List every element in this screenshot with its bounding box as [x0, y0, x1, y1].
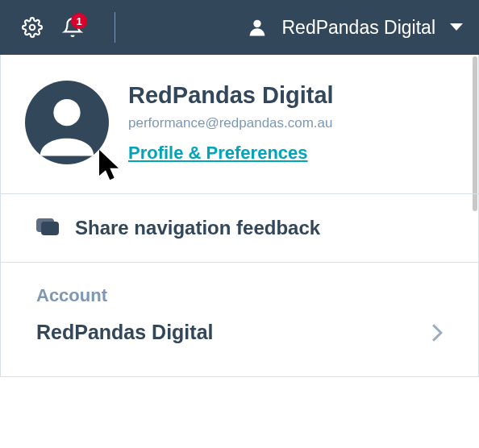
account-item[interactable]: RedPandas Digital [36, 321, 443, 344]
chat-icon [36, 218, 59, 238]
caret-down-icon [450, 23, 463, 31]
account-name-label: RedPandas Digital [281, 17, 435, 39]
svg-point-1 [254, 20, 261, 27]
profile-section: RedPandas Digital performance@redpandas.… [1, 55, 478, 194]
cursor-icon [98, 150, 127, 182]
profile-email: performance@redpandas.com.au [128, 115, 334, 131]
topbar: 1 RedPandas Digital [0, 0, 479, 55]
divider [115, 12, 115, 43]
chevron-right-icon [431, 324, 443, 342]
profile-avatar [25, 81, 109, 164]
share-feedback-label: Share navigation feedback [75, 217, 320, 239]
notifications-button[interactable]: 1 [56, 11, 89, 44]
avatar-icon [246, 16, 269, 39]
gear-icon [22, 17, 43, 38]
svg-point-3 [53, 99, 80, 126]
svg-rect-5 [41, 222, 59, 235]
account-menu-toggle[interactable]: RedPandas Digital [135, 16, 463, 39]
settings-button[interactable] [16, 11, 48, 44]
account-section: Account RedPandas Digital [1, 263, 478, 376]
profile-preferences-link[interactable]: Profile & Preferences [128, 143, 334, 164]
notification-badge: 1 [71, 13, 87, 29]
account-dropdown: RedPandas Digital performance@redpandas.… [0, 55, 479, 377]
share-feedback-item[interactable]: Share navigation feedback [1, 194, 478, 263]
account-item-name: RedPandas Digital [36, 321, 214, 344]
profile-name: RedPandas Digital [128, 82, 334, 109]
profile-info: RedPandas Digital performance@redpandas.… [128, 81, 334, 164]
svg-point-0 [30, 25, 35, 31]
account-heading: Account [36, 285, 443, 306]
